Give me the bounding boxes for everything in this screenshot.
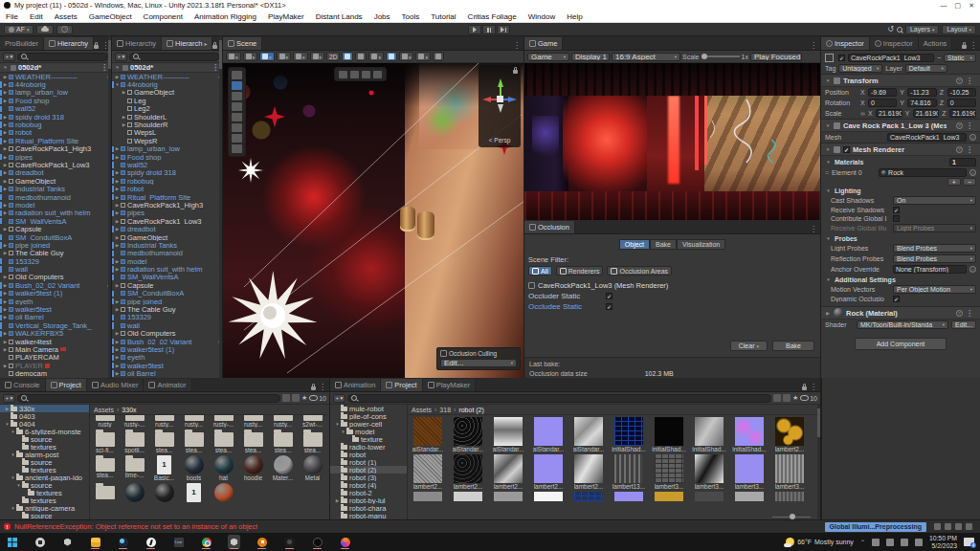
hierarchy-item[interactable]: WepsR <box>112 137 222 144</box>
asset-texture[interactable] <box>769 490 810 501</box>
asset-texture[interactable]: lambert3... <box>769 452 810 490</box>
materials-count-field[interactable]: 1 <box>949 158 976 166</box>
hierarchy-item[interactable]: ▶Industrial Tanks <box>0 185 111 192</box>
filter-label-icon[interactable] <box>783 394 791 402</box>
menu-edit[interactable]: Edit <box>24 12 49 21</box>
clear-button[interactable]: Clear <box>730 341 768 351</box>
tab-inspector-2[interactable]: iInspector <box>870 37 919 50</box>
shader-edit-button[interactable]: Edit... <box>951 320 976 329</box>
asset-folder[interactable]: rusty... <box>149 415 179 428</box>
asset-folder[interactable]: rusty... <box>268 415 298 428</box>
speaker-icon[interactable] <box>901 539 908 546</box>
expand-arrow[interactable]: ▼ <box>114 82 121 87</box>
expand-arrow[interactable]: ▶ <box>2 179 9 184</box>
hierarchy-item[interactable]: ▶ShoulderR <box>112 121 222 128</box>
occlusion-mode-dropdown[interactable]: Edit... <box>440 359 517 367</box>
filter-type-icon[interactable] <box>773 394 781 402</box>
hierarchy-item[interactable]: SM_ConduitBoxA <box>112 290 222 298</box>
expand-arrow[interactable]: ▶ <box>114 283 121 288</box>
asset-texture[interactable]: lambert3... <box>689 452 729 490</box>
folder-tree-item[interactable]: robot-chara <box>330 504 407 512</box>
hierarchy-item[interactable]: ▶model <box>112 257 222 265</box>
hierarchy-item[interactable]: ▶Industrial Tanks <box>112 241 222 249</box>
asset-folder[interactable]: stea... <box>149 428 179 452</box>
menu-critias-foliage[interactable]: Critias Foliage <box>462 12 523 21</box>
hierarchy-item[interactable]: ▶CaveRockPack1_High3 <box>112 201 222 209</box>
hierarchy-item[interactable]: ▶WEATHER-----------› <box>0 73 111 80</box>
breadcrumb-segment[interactable]: 318 <box>439 407 451 413</box>
asset-material[interactable] <box>120 481 149 502</box>
account-button[interactable]: AF <box>4 25 33 34</box>
tab-a-animator[interactable]: Animator <box>144 379 191 391</box>
asset-folder[interactable]: sci-fi... <box>90 428 120 452</box>
play-button[interactable] <box>468 25 481 34</box>
expand-arrow[interactable]: ▼ <box>825 160 832 165</box>
hierarchy-item[interactable]: Leg2 <box>112 105 222 113</box>
hierarchy-item[interactable]: ▶robobug <box>0 121 111 128</box>
expand-arrow[interactable]: ▶ <box>114 267 121 272</box>
scene-header[interactable]: ▼ 0502d* <box>112 63 222 73</box>
expand-arrow[interactable]: ▼ <box>825 147 831 152</box>
grid-visibility-icon[interactable] <box>259 52 275 61</box>
view-tool-icon[interactable] <box>232 71 242 79</box>
search-input[interactable] <box>17 53 108 61</box>
folder-tree-item[interactable]: source <box>0 435 89 443</box>
hierarchy-item[interactable]: ▶radiation suit_with helm <box>112 265 222 273</box>
thumbnail-zoom-slider[interactable] <box>772 517 811 518</box>
tab-inspector-1[interactable]: iInspector <box>821 37 870 50</box>
menu-gameobject[interactable]: GameObject <box>83 12 138 21</box>
folder-tree-item[interactable]: textures <box>0 466 89 474</box>
scene-orientation-gizmo[interactable]: < Persp <box>479 65 521 147</box>
asset-texture[interactable]: lambert2... <box>528 452 568 490</box>
help-icon[interactable]: ? <box>956 146 963 153</box>
breadcrumb-segment[interactable]: robot (2) <box>458 407 483 413</box>
asset-doc[interactable]: 1 <box>179 481 209 502</box>
folder-tree-item[interactable]: source <box>0 458 89 466</box>
expand-arrow[interactable]: ▼ <box>114 65 121 70</box>
hierarchy-item[interactable]: ▶The Cable Guy <box>112 305 222 313</box>
menu-tutorial[interactable]: Tutorial <box>425 12 461 21</box>
folder-tree-item[interactable]: radio-tower <box>330 443 407 451</box>
asset-folder[interactable]: rusty... <box>238 415 268 428</box>
step-button[interactable] <box>497 25 510 34</box>
cloud-button[interactable] <box>36 25 54 34</box>
hierarchy-item[interactable]: ▶WALKERFBX5 <box>0 330 111 338</box>
asset-texture[interactable]: lambert2... <box>448 452 488 490</box>
asset-texture[interactable]: lambert13... <box>609 452 649 490</box>
expand-arrow[interactable]: ▶ <box>2 315 9 320</box>
expand-arrow[interactable]: ▶ <box>114 259 121 264</box>
expand-arrow[interactable]: ▶ <box>114 195 121 200</box>
expand-arrow[interactable]: ▶ <box>2 331 9 336</box>
hierarchy-item[interactable]: ▶eyeth <box>112 354 222 362</box>
component-enabled-checkbox[interactable] <box>843 146 850 153</box>
asset-texture[interactable]: aiStandar... <box>568 415 609 452</box>
expand-arrow[interactable]: ▶ <box>2 291 9 296</box>
hierarchy-item[interactable]: WepsL <box>112 129 222 137</box>
tab-hierarchy-2a[interactable]: Hierarchy <box>112 37 162 50</box>
hierarchy-item[interactable]: ▶WEATHER-----------› <box>112 73 222 80</box>
hierarchy-item[interactable]: ▶walker5test (1) <box>0 290 111 298</box>
battery-icon[interactable] <box>915 539 923 546</box>
hierarchy-item[interactable]: ▶GameObject <box>0 177 111 185</box>
material-header[interactable]: ▶ Rock (Material) ? <box>821 306 980 320</box>
draw-mode-icon[interactable] <box>310 52 325 61</box>
hierarchy-item[interactable]: Vertical_Storage_Tank_ <box>0 321 111 329</box>
layers-dropdown[interactable]: Layers <box>905 25 940 34</box>
hierarchy-item[interactable]: ▶radiation suit_with helm <box>0 209 111 217</box>
section-probes[interactable]: ▼Probes <box>821 233 980 243</box>
hierarchy-item[interactable]: wall52 <box>112 161 222 168</box>
object-reference-field[interactable]: None (Transform) <box>893 265 967 274</box>
motion-vectors-dropdown[interactable]: Per Object Motion <box>893 285 976 294</box>
taskbar-app-unity-hub[interactable] <box>33 535 46 549</box>
axis-z-icon[interactable] <box>508 97 517 102</box>
expand-arrow[interactable]: ▼ <box>10 452 16 457</box>
hierarchy-item[interactable]: ▶lamp_urban_low <box>0 89 111 97</box>
asset-texture[interactable]: lambert2... <box>769 415 810 452</box>
expand-arrow[interactable]: ▼ <box>2 65 9 70</box>
expand-arrow[interactable]: ▶ <box>2 155 9 160</box>
expand-arrow[interactable]: ▶ <box>114 355 121 360</box>
perspective-label[interactable]: < Persp <box>479 137 521 143</box>
materials-subheader[interactable]: ▼ Materials 1 <box>821 156 980 167</box>
hierarchy-item[interactable]: ▶Food shop <box>0 97 111 104</box>
asset-material[interactable]: boots <box>179 453 209 481</box>
